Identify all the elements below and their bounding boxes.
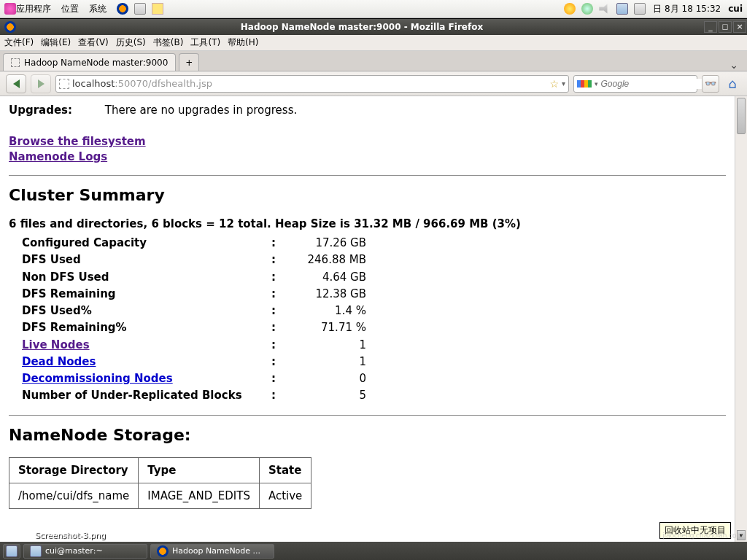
content-area: Upgrades: There are no upgrades in progr… (0, 96, 747, 542)
user-menu[interactable]: cui (728, 4, 743, 14)
stats-link[interactable]: Dead Nodes (22, 355, 96, 368)
stats-colon: : (271, 354, 286, 370)
link-namenode-logs[interactable]: Namenode Logs (9, 150, 107, 163)
storage-table: Storage Directory Type State /home/cui/d… (9, 457, 311, 509)
td-storage-dir: /home/cui/dfs_name (9, 483, 139, 508)
menu-tools[interactable]: 工具(T) (190, 36, 220, 49)
url-text[interactable]: localhost:50070/dfshealth.jsp (72, 78, 546, 89)
close-button[interactable]: × (733, 21, 746, 33)
menu-view[interactable]: 查看(V) (78, 36, 109, 49)
stats-label: DFS Used% (9, 303, 271, 319)
menu-system[interactable]: 系统 (89, 3, 107, 15)
stats-value: 5 (286, 387, 366, 404)
back-button[interactable] (6, 74, 26, 93)
stats-value: 12.38 GB (286, 286, 366, 303)
stats-value: 71.71 % (286, 319, 366, 336)
clock[interactable]: 日 8月 18 15:32 (653, 3, 721, 15)
maximize-button[interactable]: ◻ (719, 21, 732, 33)
firefox-launcher-icon[interactable] (117, 3, 128, 15)
firefox-window: Hadoop NameNode master:9000 - Mozilla Fi… (0, 18, 747, 542)
stats-colon: : (271, 286, 286, 303)
stats-colon: : (271, 319, 286, 336)
stats-colon: : (271, 252, 286, 268)
gnome-top-panel: 应用程序 位置 系统 日 8月 18 15:32 cui (0, 0, 747, 18)
stats-row: Decommissioning Nodes:0 (9, 370, 726, 387)
taskbar-label: Hadoop NameNode ... (172, 546, 260, 556)
window-title: Hadoop NameNode master:9000 - Mozilla Fi… (20, 22, 703, 32)
upgrades-label: Upgrades: (9, 104, 72, 117)
desktop-file-label[interactable]: Screenshot-3.png (35, 531, 106, 540)
stats-row: DFS Remaining%:71.71 % (9, 319, 726, 336)
minimize-button[interactable]: _ (704, 21, 717, 33)
show-desktop-button[interactable] (3, 544, 20, 559)
tab-label: Hadoop NameNode master:9000 (24, 58, 168, 68)
search-bar[interactable]: ▾ (573, 75, 697, 93)
stats-value: 17.26 GB (286, 235, 366, 252)
favicon-placeholder-icon (11, 58, 20, 67)
stats-label: Live Nodes (9, 337, 271, 354)
stats-colon: : (271, 337, 286, 354)
stats-value: 4.64 GB (286, 269, 366, 286)
stats-colon: : (271, 235, 286, 252)
forward-button[interactable] (31, 74, 51, 93)
stats-label: DFS Used (9, 252, 271, 268)
menu-bookmarks[interactable]: 书签(B) (153, 36, 184, 49)
vertical-scrollbar[interactable]: ▾ (735, 96, 747, 542)
menu-applications[interactable]: 应用程序 (16, 3, 51, 15)
th-type: Type (139, 457, 260, 483)
weather-icon[interactable] (564, 3, 576, 15)
volume-icon[interactable] (599, 3, 611, 15)
home-button[interactable]: ⌂ (724, 75, 741, 93)
heading-cluster-summary: Cluster Summary (9, 186, 726, 204)
new-tab-button[interactable]: + (179, 53, 199, 71)
stats-colon: : (271, 370, 286, 387)
stats-label: DFS Remaining (9, 286, 271, 303)
menu-edit[interactable]: 编辑(E) (41, 36, 71, 49)
clipboard-icon[interactable] (634, 3, 646, 15)
divider (9, 415, 726, 416)
link-browse-filesystem[interactable]: Browse the filesystem (9, 135, 146, 148)
taskbar-label: cui@master:~ (45, 546, 103, 556)
bookmark-star-icon[interactable]: ☆ (549, 78, 559, 90)
mail-launcher-icon[interactable] (134, 3, 146, 15)
stats-value: 1 (286, 354, 366, 370)
apps-icon (4, 3, 16, 15)
taskbar-item-terminal[interactable]: cui@master:~ (23, 544, 147, 559)
nav-toolbar: localhost:50070/dfshealth.jsp ☆ ▾ ▾ 👓 ⌂ (0, 71, 747, 96)
stats-link[interactable]: Decommissioning Nodes (22, 372, 173, 385)
menu-history[interactable]: 历史(S) (116, 36, 146, 49)
taskbar-item-firefox[interactable]: Hadoop NameNode ... (150, 544, 274, 559)
desktop-icon (6, 545, 18, 557)
stats-row: DFS Used%:1.4 % (9, 303, 726, 319)
terminal-icon (30, 545, 42, 557)
url-dropdown-icon[interactable]: ▾ (562, 79, 565, 88)
td-state: Active (259, 483, 311, 508)
stats-colon: : (271, 303, 286, 319)
th-state: State (259, 457, 311, 483)
tab-overflow-button[interactable]: ⌄ (724, 59, 744, 71)
search-go-button[interactable]: 👓 (702, 75, 719, 93)
stats-row: DFS Used:246.88 MB (9, 252, 726, 268)
heading-namenode-storage: NameNode Storage: (9, 426, 726, 444)
stats-row: Live Nodes:1 (9, 337, 726, 354)
stats-link[interactable]: Live Nodes (22, 338, 90, 351)
stats-label: Configured Capacity (9, 235, 271, 252)
upgrades-row: Upgrades: There are no upgrades in progr… (9, 104, 726, 117)
site-identity-icon[interactable] (59, 79, 69, 89)
network-icon[interactable] (581, 3, 593, 15)
stats-colon: : (271, 269, 286, 286)
url-bar[interactable]: localhost:50070/dfshealth.jsp ☆ ▾ (55, 75, 569, 93)
menu-file[interactable]: 文件(F) (4, 36, 34, 49)
tab-active[interactable]: Hadoop NameNode master:9000 (3, 53, 176, 71)
th-storage-dir: Storage Directory (9, 457, 139, 483)
notes-launcher-icon[interactable] (152, 3, 163, 15)
search-input[interactable] (601, 79, 711, 89)
display-icon[interactable] (616, 3, 628, 15)
divider (9, 175, 726, 176)
menu-places[interactable]: 位置 (61, 3, 79, 15)
stats-value: 1.4 % (286, 303, 366, 319)
scrollbar-thumb[interactable] (737, 98, 746, 134)
menu-help[interactable]: 帮助(H) (228, 36, 258, 49)
page-body: Upgrades: There are no upgrades in progr… (0, 96, 735, 542)
menubar: 文件(F) 编辑(E) 查看(V) 历史(S) 书签(B) 工具(T) 帮助(H… (0, 35, 747, 51)
